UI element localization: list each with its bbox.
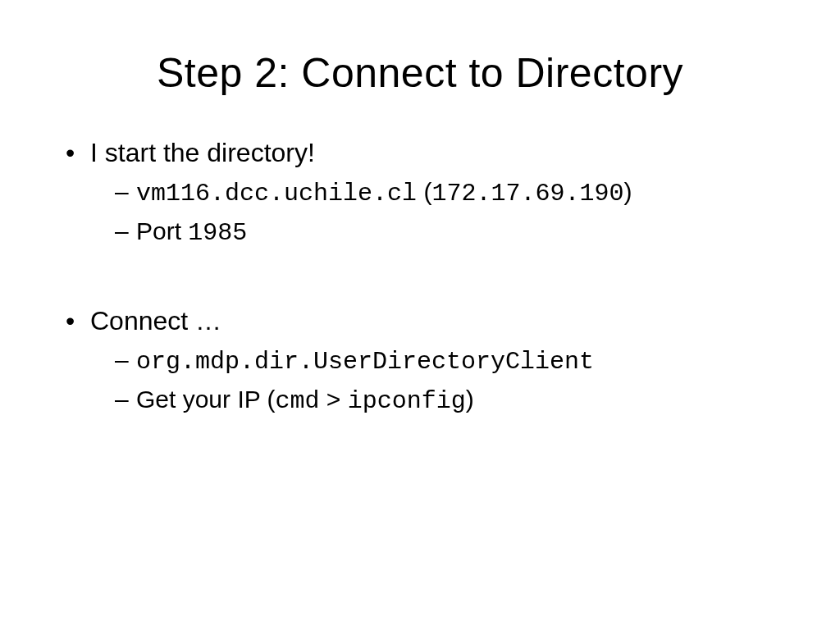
paren-close: ) [466, 386, 474, 413]
bullet-connect: Connect … org.mdp.dir.UserDirectoryClien… [66, 306, 783, 415]
bullet-list: I start the directory! vm116.dcc.uchile.… [57, 138, 783, 247]
java-class: org.mdp.dir.UserDirectoryClient [136, 348, 594, 376]
slide: Step 2: Connect to Directory I start the… [0, 0, 840, 630]
paren-close: ) [623, 178, 632, 205]
sub-list: org.mdp.dir.UserDirectoryClient Get your… [90, 346, 783, 415]
get-ip-pre: Get your IP ( [136, 386, 276, 413]
bullet-text: Connect … [90, 306, 221, 336]
sub-host-ip: vm116.dcc.uchile.cl (172.17.69.190) [115, 178, 783, 208]
bullet-text: I start the directory! [90, 138, 315, 167]
gt: > [320, 386, 348, 413]
slide-title: Step 2: Connect to Directory [57, 49, 783, 97]
sub-list: vm116.dcc.uchile.cl (172.17.69.190) Port… [90, 178, 783, 247]
hostname: vm116.dcc.uchile.cl [136, 180, 417, 208]
ipconfig: ipconfig [348, 387, 466, 415]
paren-open: ( [417, 178, 431, 205]
port-label: Port [136, 217, 188, 244]
cmd: cmd [276, 387, 320, 415]
port-value: 1985 [188, 219, 247, 247]
spacer [57, 257, 783, 306]
ip-address: 172.17.69.190 [431, 180, 623, 208]
bullet-start-directory: I start the directory! vm116.dcc.uchile.… [66, 138, 783, 247]
sub-get-ip: Get your IP (cmd > ipconfig) [115, 386, 783, 415]
bullet-list-2: Connect … org.mdp.dir.UserDirectoryClien… [57, 306, 783, 415]
sub-port: Port 1985 [115, 217, 783, 247]
sub-class: org.mdp.dir.UserDirectoryClient [115, 346, 783, 376]
